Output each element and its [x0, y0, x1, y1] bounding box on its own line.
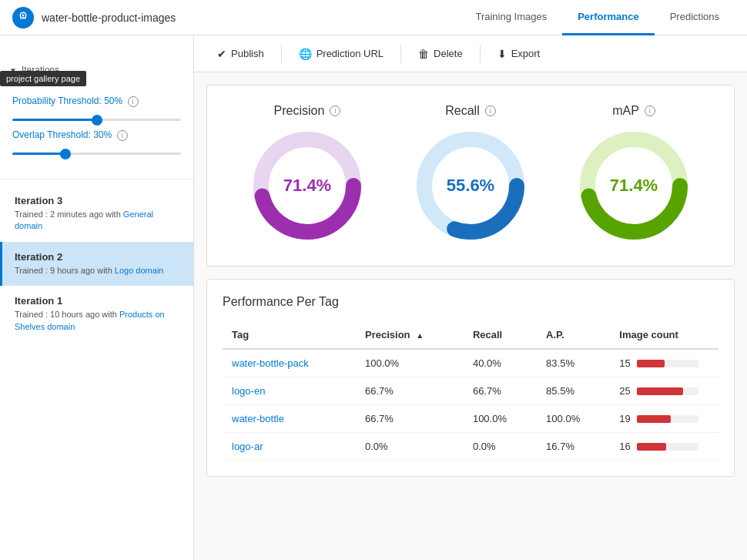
table-row: water-bottle 66.7% 100.0% 100.0% 19 — [223, 405, 719, 433]
iteration-1-title: Iteration 1 — [15, 295, 181, 307]
cell-recall-3: 0.0% — [464, 433, 537, 461]
map-value: 71.4% — [610, 176, 658, 196]
app-logo — [12, 7, 34, 29]
cell-image-count-1: 25 — [610, 377, 719, 405]
tag-link-3[interactable]: logo-ar — [232, 441, 263, 452]
overlap-slider[interactable] — [12, 153, 181, 155]
cell-tag-0: water-bottle-pack — [223, 349, 356, 377]
precision-donut: 71.4% — [246, 124, 369, 247]
cell-image-count-2: 19 — [610, 405, 719, 433]
cell-precision-0: 100.0% — [356, 349, 464, 377]
iteration-3-title: Iteration 3 — [15, 195, 181, 206]
precision-title: Precision i — [274, 104, 341, 118]
bar-cell-1: 25 — [619, 385, 709, 397]
cell-recall-2: 100.0% — [464, 405, 537, 433]
sidebar-divider — [0, 179, 193, 179]
col-precision[interactable]: Precision ▲ — [356, 321, 464, 349]
iteration-1-domain-link[interactable]: Products on Shelves domain — [15, 310, 165, 330]
recall-donut: 55.6% — [409, 124, 532, 247]
iteration-3-domain-link[interactable]: General domain — [15, 210, 153, 230]
project-name: water-bottle-product-images — [42, 12, 460, 24]
cell-ap-2: 100.0% — [537, 405, 610, 433]
iteration-2-title: Iteration 2 — [15, 251, 181, 263]
cell-precision-1: 66.7% — [356, 377, 464, 405]
tag-link-1[interactable]: logo-en — [232, 385, 265, 397]
sidebar: project gallery page ▼ Iterations Probab… — [0, 35, 194, 560]
col-tag[interactable]: Tag — [223, 321, 356, 349]
table-row: logo-en 66.7% 66.7% 85.5% 25 — [223, 377, 719, 405]
cell-precision-3: 0.0% — [356, 433, 464, 461]
cell-image-count-0: 15 — [610, 349, 719, 377]
sidebar-tooltip: project gallery page — [0, 71, 86, 86]
bar-fill-3 — [637, 443, 666, 451]
nav-training-images[interactable]: Training Images — [460, 0, 562, 35]
col-image-count[interactable]: Image count — [610, 321, 719, 349]
tag-link-0[interactable]: water-bottle-pack — [232, 357, 309, 369]
delete-button[interactable]: 🗑 Delete — [410, 43, 471, 65]
checkmark-icon: ✔ — [217, 48, 226, 60]
recall-value: 55.6% — [447, 176, 494, 196]
cell-ap-3: 16.7% — [537, 433, 610, 461]
cell-recall-1: 66.7% — [464, 377, 537, 405]
nav-links: Training Images Performance Predictions — [460, 0, 735, 35]
globe-icon: 🌐 — [299, 48, 312, 60]
probability-threshold-link[interactable]: Probability Threshold: 50% — [12, 96, 122, 106]
main-content: ✔ Publish 🌐 Prediction URL 🗑 Delete ⬇ Ex… — [194, 35, 747, 560]
map-title: mAP i — [612, 104, 655, 118]
cell-tag-2: water-bottle — [223, 405, 356, 433]
cell-tag-3: logo-ar — [223, 433, 356, 461]
cell-tag-1: logo-en — [223, 377, 356, 405]
overlap-threshold-label: Overlap Threshold: 30% i — [12, 129, 181, 141]
bar-fill-2 — [637, 415, 671, 423]
bar-cell-2: 19 — [619, 413, 709, 424]
export-label: Export — [511, 48, 541, 59]
bar-fill-1 — [637, 387, 683, 395]
bar-fill-0 — [637, 360, 665, 367]
image-count-value-0: 15 — [619, 357, 630, 369]
overlap-info-icon[interactable]: i — [117, 130, 128, 141]
publish-button[interactable]: ✔ Publish — [209, 43, 272, 65]
per-tag-title: Performance Per Tag — [223, 295, 719, 309]
col-ap[interactable]: A.P. — [537, 321, 610, 349]
cell-ap-0: 83.5% — [537, 349, 610, 377]
cell-image-count-3: 16 — [610, 433, 719, 461]
col-recall[interactable]: Recall — [464, 321, 537, 349]
precision-value: 71.4% — [283, 176, 331, 196]
iteration-item-3[interactable]: Iteration 3 Trained : 2 minutes ago with… — [0, 186, 193, 242]
recall-info-icon[interactable]: i — [485, 106, 496, 116]
probability-slider-container — [12, 112, 181, 123]
export-button[interactable]: ⬇ Export — [490, 43, 548, 65]
publish-label: Publish — [231, 48, 264, 59]
overlap-slider-container — [12, 146, 181, 157]
map-info-icon[interactable]: i — [645, 106, 655, 116]
map-donut: 71.4% — [572, 124, 695, 247]
iteration-2-meta: Trained : 9 hours ago with Logo domain — [15, 265, 181, 277]
toolbar: ✔ Publish 🌐 Prediction URL 🗑 Delete ⬇ Ex… — [194, 35, 747, 72]
toolbar-separator-2 — [400, 45, 401, 63]
cell-precision-2: 66.7% — [356, 405, 464, 433]
metrics-section: Precision i 71.4% Recall i — [206, 85, 735, 267]
precision-info-icon[interactable]: i — [330, 106, 340, 116]
nav-predictions[interactable]: Predictions — [655, 0, 735, 35]
delete-label: Delete — [434, 48, 463, 59]
iteration-1-meta: Trained : 10 hours ago with Products on … — [15, 309, 181, 333]
per-tag-section: Performance Per Tag Tag Precision ▲ Reca… — [206, 279, 735, 477]
overlap-threshold-link[interactable]: Overlap Threshold: 30% — [12, 129, 112, 140]
prediction-url-button[interactable]: 🌐 Prediction URL — [291, 43, 391, 65]
nav-performance[interactable]: Performance — [562, 0, 654, 35]
table-row: water-bottle-pack 100.0% 40.0% 83.5% 15 — [223, 349, 719, 377]
trash-icon: 🗑 — [418, 48, 429, 60]
iteration-item-1[interactable]: Iteration 1 Trained : 10 hours ago with … — [0, 286, 193, 342]
cell-ap-1: 85.5% — [537, 377, 610, 405]
iteration-item-2[interactable]: Iteration 2 Trained : 9 hours ago with L… — [0, 242, 193, 286]
probability-info-icon[interactable]: i — [128, 96, 139, 107]
sidebar-controls: Probability Threshold: 50% i Overlap Thr… — [0, 83, 193, 173]
image-count-value-1: 25 — [619, 385, 630, 397]
table-header-row: Tag Precision ▲ Recall A.P. — [223, 321, 719, 349]
prediction-url-label: Prediction URL — [317, 48, 384, 59]
iteration-2-domain-link[interactable]: Logo domain — [115, 266, 164, 275]
tag-link-2[interactable]: water-bottle — [232, 413, 284, 424]
probability-slider[interactable] — [12, 119, 181, 121]
toolbar-separator-3 — [480, 45, 481, 63]
app-layout: project gallery page ▼ Iterations Probab… — [0, 35, 747, 560]
